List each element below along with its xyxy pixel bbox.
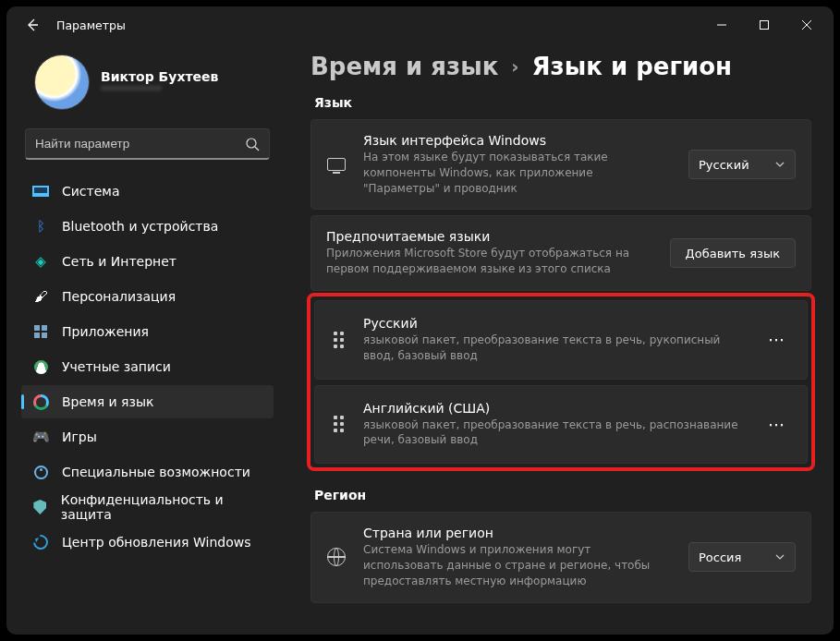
nav-gaming[interactable]: 🎮Игры bbox=[21, 420, 274, 454]
breadcrumb: Время и язык › Язык и регион bbox=[310, 53, 811, 80]
search-icon bbox=[245, 137, 260, 151]
system-icon bbox=[32, 186, 49, 197]
language-item-russian[interactable]: Русский языковой пакет, преобразование т… bbox=[314, 300, 808, 380]
minimize-button[interactable] bbox=[700, 10, 743, 40]
country-region-card[interactable]: Страна или регион Система Windows и прил… bbox=[310, 512, 811, 602]
apps-icon bbox=[34, 325, 47, 338]
section-language: Язык bbox=[314, 95, 811, 110]
nav-time-language[interactable]: Время и язык bbox=[21, 385, 274, 418]
titlebar: Параметры bbox=[6, 6, 834, 43]
preferred-languages-card[interactable]: Предпочитаемые языки Приложения Microsof… bbox=[310, 215, 811, 291]
more-options-button[interactable]: ⋯ bbox=[762, 325, 792, 355]
nav-personalization[interactable]: 🖌Персонализация bbox=[21, 280, 274, 313]
sidebar: Виктор Бухтеев ************ Система ᛒBlu… bbox=[6, 43, 288, 635]
search-box[interactable] bbox=[25, 128, 270, 160]
back-button[interactable] bbox=[19, 12, 45, 38]
nav-privacy[interactable]: Конфиденциальность и защита bbox=[21, 490, 274, 524]
content: Время и язык › Язык и регион Язык Язык и… bbox=[288, 43, 834, 635]
nav-system[interactable]: Система bbox=[21, 175, 274, 208]
nav-accessibility[interactable]: Специальные возможности bbox=[21, 455, 274, 489]
profile-name: Виктор Бухтеев bbox=[101, 69, 218, 84]
account-icon bbox=[34, 360, 48, 374]
wifi-icon: ◈ bbox=[32, 253, 49, 270]
nav-update[interactable]: Центр обновления Windows bbox=[21, 526, 274, 559]
nav: Система ᛒBluetooth и устройства ◈Сеть и … bbox=[18, 173, 277, 559]
monitor-icon bbox=[326, 158, 347, 171]
highlight-annotation: Русский языковой пакет, преобразование т… bbox=[307, 293, 815, 471]
chevron-down-icon bbox=[774, 551, 785, 562]
region-dropdown[interactable]: Россия bbox=[688, 542, 796, 572]
settings-window: Параметры Виктор Бухтеев ************ Си… bbox=[6, 6, 834, 635]
maximize-button[interactable] bbox=[743, 10, 785, 40]
profile[interactable]: Виктор Бухтеев ************ bbox=[18, 47, 277, 123]
avatar bbox=[34, 54, 90, 110]
nav-accounts[interactable]: Учетные записи bbox=[21, 350, 274, 383]
display-language-card[interactable]: Язык интерфейса Windows На этом языке бу… bbox=[310, 119, 811, 210]
nav-network[interactable]: ◈Сеть и Интернет bbox=[21, 245, 274, 278]
nav-bluetooth[interactable]: ᛒBluetooth и устройства bbox=[21, 210, 274, 243]
bluetooth-icon: ᛒ bbox=[32, 218, 49, 235]
section-region: Регион bbox=[314, 488, 811, 502]
drag-handle-icon[interactable] bbox=[330, 416, 347, 432]
chevron-down-icon bbox=[774, 159, 785, 170]
search-input[interactable] bbox=[35, 137, 245, 151]
drag-handle-icon[interactable] bbox=[330, 332, 347, 348]
svg-point-1 bbox=[247, 139, 256, 148]
game-icon: 🎮 bbox=[32, 429, 49, 445]
shield-icon bbox=[33, 500, 46, 514]
brush-icon: 🖌 bbox=[32, 288, 49, 305]
svg-rect-0 bbox=[761, 21, 769, 30]
display-language-dropdown[interactable]: Русский bbox=[688, 150, 796, 179]
nav-apps[interactable]: Приложения bbox=[21, 315, 274, 348]
breadcrumb-current: Язык и регион bbox=[532, 53, 732, 80]
clock-globe-icon bbox=[33, 394, 49, 410]
accessibility-icon bbox=[34, 466, 48, 479]
update-icon bbox=[30, 532, 52, 553]
profile-email: ************ bbox=[101, 84, 218, 96]
globe-icon bbox=[326, 548, 347, 566]
breadcrumb-parent[interactable]: Время и язык bbox=[310, 53, 498, 80]
add-language-button[interactable]: Добавить язык bbox=[670, 238, 796, 268]
chevron-right-icon: › bbox=[511, 55, 518, 78]
more-options-button[interactable]: ⋯ bbox=[762, 409, 792, 439]
window-title: Параметры bbox=[56, 18, 126, 32]
close-button[interactable] bbox=[785, 10, 828, 40]
language-item-english-us[interactable]: Английский (США) языковой пакет, преобра… bbox=[314, 385, 808, 465]
